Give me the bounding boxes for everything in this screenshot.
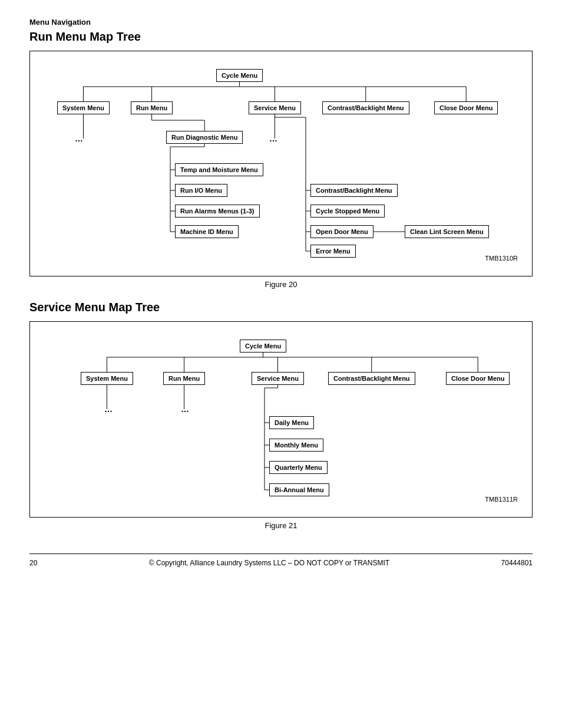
run-tmb: TMB1310R xyxy=(485,255,518,262)
footer-page: 20 xyxy=(29,559,37,567)
svc-node-quarterly: Quarterly Menu xyxy=(269,461,328,474)
service-menu-diagram: Cycle Menu System Menu Run Menu Service … xyxy=(29,321,533,518)
run-dots3: … xyxy=(269,134,277,143)
run-tree-title: Run Menu Map Tree xyxy=(29,30,533,44)
run-node-error-menu: Error Menu xyxy=(310,245,356,258)
svc-dots1: … xyxy=(104,404,113,414)
run-node-temp-moisture: Temp and Moisture Menu xyxy=(175,163,263,176)
run-node-close-door: Close Door Menu xyxy=(434,101,498,114)
svc-node-service-menu: Service Menu xyxy=(252,372,304,385)
svc-node-monthly: Monthly Menu xyxy=(269,439,323,452)
run-node-service-menu: Service Menu xyxy=(249,101,301,114)
svc-node-cycle-menu: Cycle Menu xyxy=(240,340,286,353)
section-label: Menu Navigation xyxy=(29,18,533,27)
run-node-run-menu: Run Menu xyxy=(131,101,173,114)
svc-node-biannual: Bi-Annual Menu xyxy=(269,483,329,496)
svc-node-close-door: Close Door Menu xyxy=(446,372,510,385)
svc-dots2: … xyxy=(181,404,189,414)
run-node-run-diag: Run Diagnostic Menu xyxy=(166,131,243,144)
run-node-open-door: Open Door Menu xyxy=(310,225,373,238)
svc-node-run-menu: Run Menu xyxy=(163,372,205,385)
svc-node-system-menu: System Menu xyxy=(81,372,133,385)
run-node-machine-id: Machine ID Menu xyxy=(175,225,239,238)
figure21-label: Figure 21 xyxy=(29,521,533,530)
figure20-label: Figure 20 xyxy=(29,280,533,289)
run-menu-diagram: Cycle Menu System Menu Run Menu Service … xyxy=(29,51,533,276)
footer-doc: 70444801 xyxy=(501,559,533,567)
footer: 20 © Copyright, Alliance Laundry Systems… xyxy=(29,554,533,567)
run-node-system-menu: System Menu xyxy=(57,101,110,114)
run-node-contrast2: Contrast/Backlight Menu xyxy=(310,184,398,197)
svc-tmb: TMB1311R xyxy=(485,496,518,503)
svc-node-contrast: Contrast/Backlight Menu xyxy=(328,372,415,385)
footer-copyright: © Copyright, Alliance Laundry Systems LL… xyxy=(149,559,389,567)
service-tree-title: Service Menu Map Tree xyxy=(29,301,533,314)
run-node-clean-lint: Clean Lint Screen Menu xyxy=(405,225,489,238)
run-node-cycle-menu: Cycle Menu xyxy=(216,69,263,82)
run-dots1: … xyxy=(75,134,83,143)
run-node-run-io: Run I/O Menu xyxy=(175,184,227,197)
run-node-run-alarms: Run Alarms Menus (1-3) xyxy=(175,205,260,218)
run-node-contrast: Contrast/Backlight Menu xyxy=(322,101,409,114)
svc-node-daily: Daily Menu xyxy=(269,416,314,429)
run-node-cycle-stopped: Cycle Stopped Menu xyxy=(310,205,385,218)
